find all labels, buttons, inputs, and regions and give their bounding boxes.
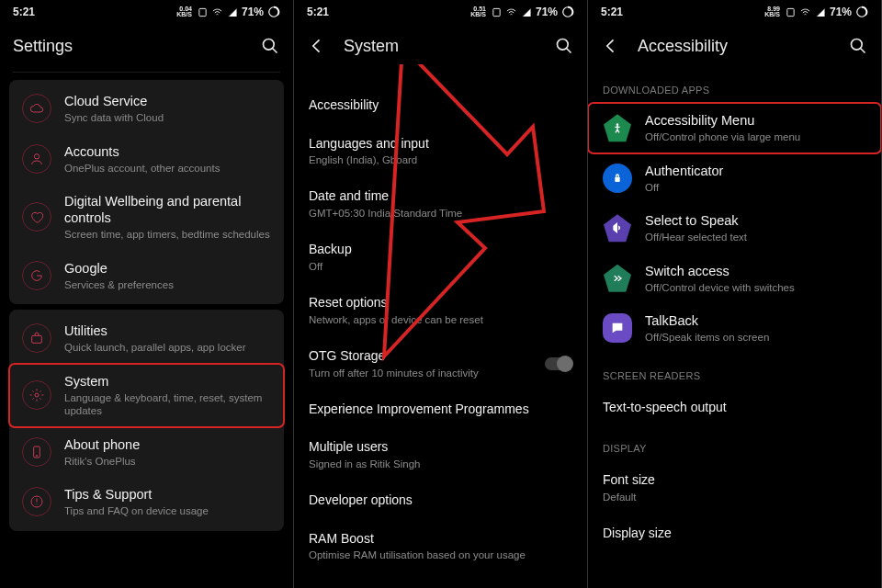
settings-item-accounts[interactable]: Accounts OnePlus account, other accounts <box>9 134 284 185</box>
app-icon <box>603 164 632 193</box>
status-bar: 5:21 0.51KB/S 71% <box>294 0 587 24</box>
accessibility-list: DOWNLOADED APPS Accessibility Menu Off/C… <box>588 68 881 561</box>
row-sub: Optimise RAM utilisation based on your u… <box>309 548 572 561</box>
row-sub: Quick launch, parallel apps, app locker <box>64 341 271 354</box>
row-title: Digital Wellbeing and parental controls <box>64 193 271 226</box>
row-sub: Language & keyboard, time, reset, system… <box>64 391 271 418</box>
row-body: Date and time GMT+05:30 India Standard T… <box>309 188 572 220</box>
search-icon[interactable] <box>554 36 574 56</box>
row-title: Display size <box>603 526 866 542</box>
row-title: About phone <box>64 436 271 453</box>
row-sub: Off <box>645 181 866 194</box>
row-body: Developer options <box>309 492 572 509</box>
row-title: Authenticator <box>645 163 866 179</box>
battery-pct: 71% <box>242 6 264 18</box>
row-sub: Off <box>309 260 572 273</box>
app-item-accessibility-menu[interactable]: Accessibility Menu Off/Control phone via… <box>588 103 881 153</box>
row-title: Developer options <box>309 492 572 509</box>
system-item-developer-options[interactable]: Developer options <box>294 481 587 520</box>
system-item-accessibility[interactable]: Accessibility <box>294 86 587 125</box>
status-right: 0.04KB/S 71% <box>176 6 280 18</box>
gear-icon <box>22 380 51 410</box>
row-body: Accessibility Menu Off/Control phone via… <box>645 112 866 144</box>
settings-item-tips-support[interactable]: Tips & Support Tips and FAQ on device us… <box>9 477 284 527</box>
net-speed: 0.04KB/S <box>176 6 192 18</box>
row-title: Font size <box>603 472 866 489</box>
header: Settings <box>0 24 293 68</box>
system-item-ram-boost[interactable]: RAM Boost Optimise RAM utilisation based… <box>294 520 587 573</box>
display-item-font-size[interactable]: Font sizeDefault <box>588 461 881 514</box>
battery-icon <box>855 6 868 18</box>
row-body: Accessibility <box>309 97 572 114</box>
net-speed: 0.51KB/S <box>470 6 486 18</box>
app-icon <box>603 113 632 142</box>
svg-point-18 <box>852 40 863 51</box>
row-sub: Off/Control phone via large menu <box>645 130 866 143</box>
header: Accessibility <box>588 24 881 68</box>
settings-item-utilities[interactable]: Utilities Quick launch, parallel apps, a… <box>9 313 284 364</box>
settings-item-cloud-service[interactable]: Cloud Service Sync data with Cloud <box>9 84 284 134</box>
status-time: 5:21 <box>13 6 35 18</box>
user-icon <box>22 144 51 174</box>
row-body: Multiple users Signed in as Ritik Singh <box>309 439 572 470</box>
battery-pct: 71% <box>536 6 558 18</box>
row-title: Accounts <box>64 143 271 160</box>
system-item-backup[interactable]: Backup Off <box>294 231 587 284</box>
row-body: Languages and input English (India), Gbo… <box>309 136 572 167</box>
settings-screen: 5:21 0.04KB/S 71% Settings Cloud Service… <box>0 0 294 588</box>
app-item-switch-access[interactable]: Switch access Off/Control device with sw… <box>588 254 881 304</box>
search-icon[interactable] <box>260 36 280 56</box>
row-body: RAM Boost Optimise RAM utilisation based… <box>309 531 572 562</box>
back-icon[interactable] <box>307 36 327 56</box>
g-icon <box>22 261 51 290</box>
system-item-date-and-time[interactable]: Date and time GMT+05:30 India Standard T… <box>294 177 587 231</box>
settings-item-google[interactable]: Google Services & preferences <box>9 251 284 301</box>
system-item-experience-improvement-programmes[interactable]: Experience Improvement Programmes <box>294 390 587 429</box>
row-body: Tips & Support Tips and FAQ on device us… <box>64 486 271 518</box>
reader-item-text-to-speech-output[interactable]: Text-to-speech output <box>588 389 881 427</box>
row-title: Multiple users <box>309 439 572 456</box>
row-title: Backup <box>309 242 572 258</box>
row-body: About phone Ritik's OnePlus <box>64 436 271 469</box>
sim-icon <box>492 7 502 17</box>
row-sub: Default <box>603 491 866 503</box>
system-item-multiple-users[interactable]: Multiple users Signed in as Ritik Singh <box>294 428 587 481</box>
app-item-select-to-speak[interactable]: Select to Speak Off/Hear selected text <box>588 203 881 254</box>
settings-card-2: Utilities Quick launch, parallel apps, a… <box>9 310 284 530</box>
row-title: Languages and input <box>309 136 572 153</box>
settings-item-about-phone[interactable]: About phone Ritik's OnePlus <box>9 427 284 478</box>
toggle-switch[interactable] <box>545 357 572 370</box>
app-item-authenticator[interactable]: Authenticator Off <box>588 153 881 204</box>
display-item-display-size[interactable]: Display size <box>588 514 881 553</box>
svg-line-3 <box>273 49 277 53</box>
row-body: OTG Storage Turn off after 10 minutes of… <box>309 348 534 379</box>
app-item-talkback[interactable]: TalkBack Off/Speak items on screen <box>588 303 881 354</box>
row-sub: Tips and FAQ on device usage <box>64 504 271 517</box>
section-downloaded: DOWNLOADED APPS <box>588 68 881 103</box>
cloud-icon <box>22 94 51 123</box>
search-icon[interactable] <box>848 36 868 56</box>
row-body: Reset options Network, apps or device ca… <box>309 295 572 326</box>
row-body: TalkBack Off/Speak items on screen <box>645 312 866 345</box>
system-item-languages-and-input[interactable]: Languages and input English (India), Gbo… <box>294 125 587 178</box>
svg-rect-5 <box>32 336 42 344</box>
system-item-reset-options[interactable]: Reset options Network, apps or device ca… <box>294 284 587 337</box>
back-icon[interactable] <box>601 36 621 56</box>
row-sub: English (India), Gboard <box>309 153 572 166</box>
system-list: Accessibility Languages and input Englis… <box>294 68 587 582</box>
settings-item-system[interactable]: System Language & keyboard, time, reset,… <box>9 364 284 427</box>
heart-icon <box>22 202 51 232</box>
divider <box>13 72 280 73</box>
svg-rect-21 <box>615 176 619 181</box>
row-body: Select to Speak Off/Hear selected text <box>645 212 866 244</box>
row-title: OTG Storage <box>309 348 534 365</box>
battery-pct: 71% <box>830 6 852 18</box>
system-item-otg-storage[interactable]: OTG Storage Turn off after 10 minutes of… <box>294 337 587 390</box>
row-title: RAM Boost <box>309 531 572 548</box>
battery-icon <box>267 6 280 18</box>
row-body: Utilities Quick launch, parallel apps, a… <box>64 322 271 355</box>
battery-icon <box>561 6 574 18</box>
status-time: 5:21 <box>601 6 623 18</box>
bag-icon <box>22 323 51 353</box>
settings-item-digital-wellbeing-and-parental-controls[interactable]: Digital Wellbeing and parental controls … <box>9 184 284 251</box>
